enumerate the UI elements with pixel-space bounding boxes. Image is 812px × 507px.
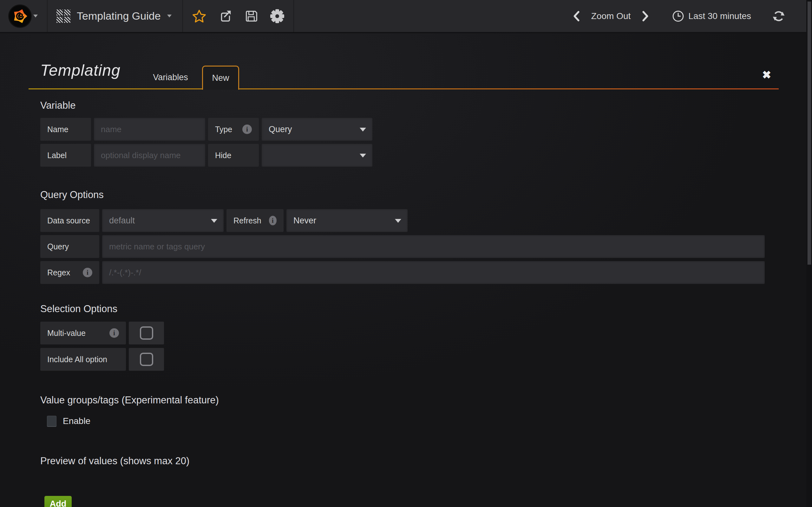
data-source-select[interactable]: default <box>102 209 223 232</box>
type-label: Type i <box>208 118 259 141</box>
type-info-icon[interactable]: i <box>242 124 252 134</box>
type-label-text: Type <box>215 125 232 134</box>
chevron-down-icon <box>211 219 217 223</box>
regex-input[interactable] <box>102 261 765 284</box>
enable-row[interactable]: Enable <box>47 416 90 427</box>
regex-row: Regex i <box>40 261 765 284</box>
variable-section-heading: Variable <box>40 100 75 111</box>
multi-value-label-text: Multi-value <box>47 329 86 338</box>
main-menu-button[interactable] <box>0 0 48 32</box>
multi-value-info-icon[interactable]: i <box>109 328 119 338</box>
query-options-heading: Query Options <box>40 189 104 201</box>
chevron-down-icon <box>360 128 366 131</box>
enable-label: Enable <box>63 416 90 426</box>
menu-caret-icon <box>33 14 38 17</box>
query-row: Query <box>40 235 765 258</box>
grafana-app: Templating Guide <box>0 0 812 507</box>
dashboard-actions <box>183 0 294 32</box>
scrollbar-track[interactable] <box>806 0 812 507</box>
grafana-logo <box>9 5 31 27</box>
multi-value-row: Multi-value i <box>40 322 164 344</box>
name-label: Name <box>40 118 91 141</box>
time-range-picker[interactable]: Last 30 minutes <box>667 0 756 33</box>
type-select-value: Query <box>269 124 292 134</box>
scrollbar-thumb[interactable] <box>807 1 811 265</box>
tab-variables[interactable]: Variables <box>144 66 197 89</box>
multi-value-checkbox-cell[interactable] <box>129 322 164 344</box>
time-shift-forward-button[interactable] <box>636 0 655 33</box>
time-controls: Zoom Out Last 30 minutes <box>567 0 812 32</box>
time-range-label: Last 30 minutes <box>688 11 751 21</box>
query-options-row-1: Data source default Refresh i Never <box>40 209 408 232</box>
tabs-underline <box>29 89 779 89</box>
dashboard-caret-icon <box>167 14 171 17</box>
query-input[interactable] <box>102 235 765 258</box>
tab-new[interactable]: New <box>202 66 239 90</box>
type-select[interactable]: Query <box>262 118 372 141</box>
share-dashboard-button[interactable] <box>212 0 238 33</box>
zoom-out-button[interactable]: Zoom Out <box>590 0 632 33</box>
regex-label-text: Regex <box>47 268 70 277</box>
chevron-right-icon <box>641 10 650 22</box>
close-icon: ✖ <box>762 68 771 81</box>
chevron-left-icon <box>571 10 581 22</box>
regex-label: Regex i <box>40 261 99 284</box>
variable-row-1: Name Type i Query <box>40 118 372 141</box>
top-navbar: Templating Guide <box>0 0 812 33</box>
dashboard-settings-button[interactable] <box>264 0 290 33</box>
zoom-out-label: Zoom Out <box>591 11 630 21</box>
data-source-value: default <box>109 216 135 226</box>
grafana-logo-icon <box>11 7 29 25</box>
favorite-star-button[interactable] <box>186 0 212 33</box>
star-icon <box>192 9 206 23</box>
chevron-down-icon <box>395 219 401 223</box>
data-source-label: Data source <box>40 209 99 232</box>
label-label: Label <box>40 144 91 167</box>
refresh-label-text: Refresh <box>234 216 261 225</box>
label-input[interactable] <box>94 144 205 167</box>
regex-info-icon[interactable]: i <box>83 268 92 277</box>
hide-select[interactable] <box>262 144 372 167</box>
dashboard-title-picker[interactable]: Templating Guide <box>48 0 183 32</box>
refresh-label: Refresh i <box>226 209 284 232</box>
page-title: Templating <box>40 61 120 79</box>
gear-icon <box>270 9 284 23</box>
refresh-select[interactable]: Never <box>287 209 408 232</box>
name-input[interactable] <box>94 118 205 141</box>
include-all-row: Include All option <box>40 348 164 371</box>
hide-label: Hide <box>208 144 259 167</box>
refresh-icon <box>772 9 785 23</box>
time-shift-back-button[interactable] <box>567 0 586 33</box>
value-groups-heading: Value groups/tags (Experimental feature) <box>40 395 219 406</box>
refresh-button[interactable] <box>768 0 790 33</box>
dashboard-title: Templating Guide <box>77 10 161 22</box>
multi-value-checkbox[interactable] <box>140 326 153 340</box>
close-editor-button[interactable]: ✖ <box>759 67 774 83</box>
clock-icon <box>672 10 684 22</box>
templating-editor: Templating Variables New ✖ Variable Name… <box>0 33 812 507</box>
enable-checkbox[interactable] <box>47 416 56 427</box>
include-all-label: Include All option <box>40 348 126 371</box>
selection-options-heading: Selection Options <box>40 303 117 315</box>
save-dashboard-button[interactable] <box>238 0 264 33</box>
preview-heading: Preview of values (shows max 20) <box>40 455 189 467</box>
save-icon <box>244 9 258 23</box>
refresh-info-icon[interactable]: i <box>269 216 276 225</box>
chevron-down-icon <box>360 154 366 158</box>
variable-row-2: Label Hide <box>40 144 372 167</box>
share-icon <box>218 9 233 23</box>
dashboard-icon <box>56 9 70 23</box>
multi-value-label: Multi-value i <box>40 322 126 344</box>
include-all-checkbox[interactable] <box>140 353 153 366</box>
add-button[interactable]: Add <box>44 496 72 507</box>
include-all-checkbox-cell[interactable] <box>129 348 164 371</box>
query-label: Query <box>40 235 99 258</box>
refresh-select-value: Never <box>293 216 316 226</box>
